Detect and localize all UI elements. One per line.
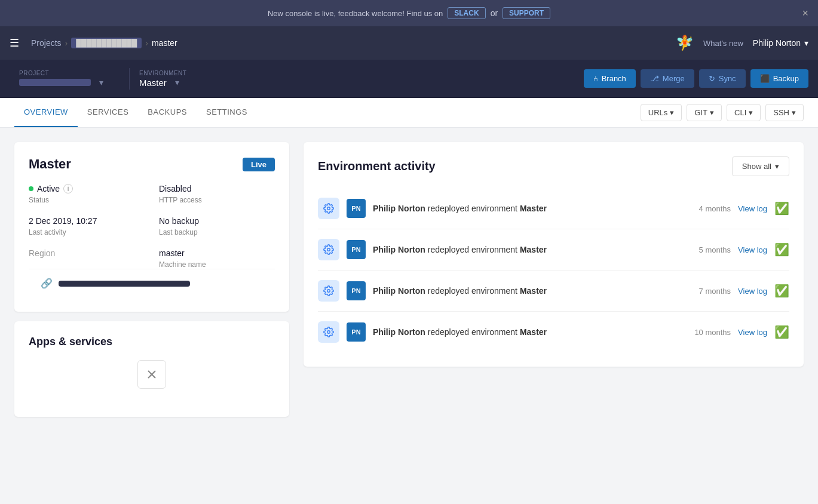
banner-text: New console is live, feedback welcome! F… [268, 9, 443, 18]
env-actions: ⑃ Branch ⎇ Merge ↻ Sync ⬛ Backup [584, 69, 808, 88]
view-log-link[interactable]: View log [738, 245, 767, 254]
activity-user-name: Philip Norton [373, 204, 425, 213]
activity-item: PN Philip Norton redeployed environment … [318, 271, 789, 312]
tab-settings[interactable]: SETTINGS [197, 98, 257, 127]
branch-icon: ⑃ [593, 74, 598, 83]
tabs: OVERVIEW SERVICES BACKUPS SETTINGS [14, 98, 257, 127]
environment-label: ENVIRONMENT [139, 70, 186, 76]
slack-button[interactable]: SLACK [448, 7, 485, 19]
activity-environment-name: Master [520, 327, 547, 337]
activity-description: Philip Norton redeployed environment Mas… [373, 286, 692, 296]
backup-item: No backup Last backup [159, 216, 275, 236]
show-all-button[interactable]: Show all ▾ [732, 156, 789, 176]
apps-services-card: Apps & services [14, 321, 289, 417]
tab-backups[interactable]: BACKUPS [138, 98, 197, 127]
env-info-card: Master Live Active i Status Disabled HTT… [14, 142, 289, 312]
show-all-chevron-icon: ▾ [775, 162, 779, 171]
user-avatar: PN [347, 281, 366, 300]
success-icon: ✅ [774, 242, 789, 257]
gear-icon [323, 244, 334, 255]
project-label: PROJECT [19, 70, 120, 76]
urls-chevron-icon: ▾ [670, 108, 674, 117]
activity-description: Philip Norton redeployed environment Mas… [373, 245, 692, 254]
chevron-down-icon: ▾ [804, 38, 808, 48]
activity-time: 7 months [699, 287, 731, 296]
cli-label: CLI [734, 108, 746, 117]
merge-button[interactable]: ⎇ Merge [641, 69, 694, 88]
gear-icon [323, 327, 334, 337]
urls-button[interactable]: URLs ▾ [641, 104, 682, 121]
view-log-link[interactable]: View log [738, 328, 767, 337]
close-button[interactable]: × [802, 7, 808, 20]
fairy-icon: 🧚 [676, 35, 694, 51]
activity-list: PN Philip Norton redeployed environment … [318, 188, 789, 352]
ssh-button[interactable]: SSH ▾ [765, 104, 804, 121]
link-url [59, 281, 190, 287]
svg-point-4 [327, 290, 330, 293]
cli-chevron-icon: ▾ [749, 108, 753, 117]
branch-button[interactable]: ⑃ Branch [584, 69, 636, 88]
env-dropdown-icon: ▾ [175, 78, 179, 87]
live-badge: Live [243, 158, 275, 171]
activity-gear-icon [318, 198, 339, 219]
activity-time: 5 months [699, 245, 731, 254]
activity-environment-name: Master [520, 286, 547, 296]
sync-icon: ↻ [709, 74, 715, 83]
activity-description: Philip Norton redeployed environment Mas… [373, 327, 687, 337]
tab-actions: URLs ▾ GIT ▾ CLI ▾ SSH ▾ [641, 104, 804, 121]
view-log-link[interactable]: View log [738, 204, 767, 213]
app-service-icon [145, 367, 159, 382]
backup-button[interactable]: ⬛ Backup [750, 69, 808, 88]
main-content: Master Live Active i Status Disabled HTT… [0, 128, 818, 504]
merge-label: Merge [663, 74, 685, 83]
user-avatar: PN [347, 322, 366, 342]
success-icon: ✅ [774, 284, 789, 298]
activity-user-name: Philip Norton [373, 327, 425, 337]
support-button[interactable]: SUPPORT [503, 7, 550, 19]
projects-link[interactable]: Projects [31, 38, 62, 48]
apps-title: Apps & services [29, 336, 275, 348]
view-log-link[interactable]: View log [738, 287, 767, 296]
svg-point-3 [327, 248, 330, 251]
user-avatar: PN [347, 240, 366, 259]
tab-overview[interactable]: OVERVIEW [14, 98, 78, 127]
hamburger-icon[interactable]: ☰ [10, 36, 19, 50]
backup-value: No backup [159, 216, 275, 226]
ssh-label: SSH [773, 108, 789, 117]
breadcrumb: Projects › ████████████ › master [31, 38, 177, 48]
banner-or: or [491, 8, 498, 18]
git-button[interactable]: GIT ▾ [687, 104, 722, 121]
activity-title: Environment activity [318, 159, 436, 173]
user-avatar: PN [347, 199, 366, 218]
success-icon: ✅ [774, 325, 789, 339]
project-pill[interactable]: ████████████ [71, 38, 142, 48]
info-icon: i [63, 184, 73, 193]
merge-icon: ⎇ [650, 74, 659, 83]
activity-header: Environment activity Show all ▾ [318, 156, 789, 176]
left-panel: Master Live Active i Status Disabled HTT… [14, 142, 289, 504]
info-grid: Active i Status Disabled HTTP access 2 D… [29, 184, 275, 269]
activity-card: Environment activity Show all ▾ PN Phili… [304, 142, 804, 367]
environment-selector[interactable]: ENVIRONMENT Master ▾ [130, 65, 196, 93]
backup-icon: ⬛ [760, 74, 770, 83]
user-menu[interactable]: Philip Norton ▾ [753, 38, 808, 48]
machine-name-item: master Machine name [159, 248, 275, 269]
http-access-item: Disabled HTTP access [159, 184, 275, 204]
urls-label: URLs [648, 108, 668, 117]
branch-label: Branch [602, 74, 626, 83]
user-name: Philip Norton [753, 38, 801, 48]
chevron-right-icon2: › [145, 38, 148, 48]
link-bar: 🔗 [29, 269, 275, 297]
project-selector[interactable]: PROJECT ▾ [10, 65, 129, 92]
project-dropdown-icon: ▾ [99, 78, 103, 87]
env-bar: PROJECT ▾ ENVIRONMENT Master ▾ ⑃ Branch … [0, 60, 818, 98]
env-info-header: Master Live [29, 156, 275, 172]
activity-gear-icon [318, 321, 339, 343]
cli-button[interactable]: CLI ▾ [727, 104, 761, 121]
tab-services[interactable]: SERVICES [78, 98, 139, 127]
success-icon: ✅ [774, 201, 789, 216]
activity-environment-name: Master [520, 204, 547, 213]
whats-new-link[interactable]: What's new [703, 39, 743, 48]
sync-button[interactable]: ↻ Sync [699, 69, 746, 88]
last-activity-item: 2 Dec 2019, 10:27 Last activity [29, 216, 145, 236]
